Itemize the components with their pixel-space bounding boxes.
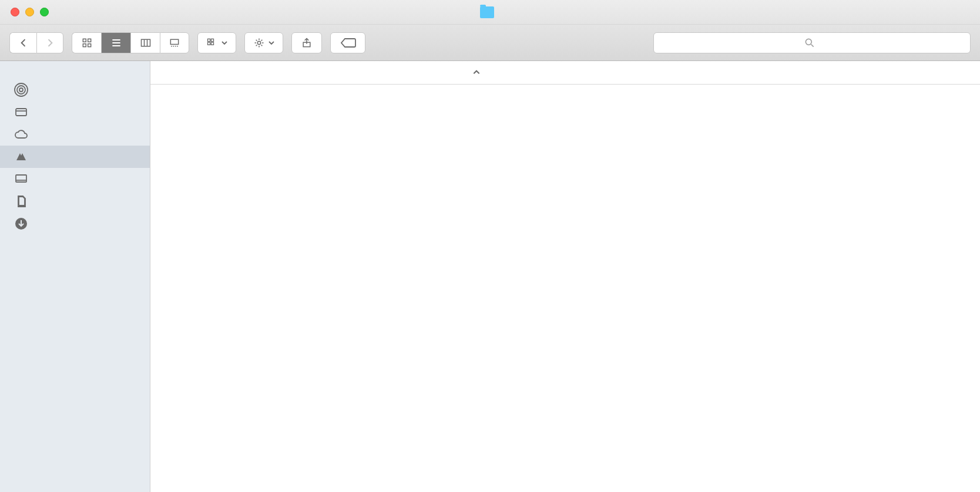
sidebar-item-recents[interactable] [0,101,150,123]
view-mode-buttons [72,32,189,53]
svg-rect-8 [208,42,210,45]
desktop-icon [13,172,29,186]
svg-rect-0 [83,39,86,42]
sidebar-section-shared [0,244,150,254]
chevron-left-icon [18,37,29,49]
svg-point-12 [806,39,811,45]
svg-point-10 [257,41,260,44]
sidebar-item-downloads[interactable] [0,213,150,235]
grid-icon [81,37,93,49]
file-list [150,61,980,492]
close-window-button[interactable] [11,8,19,16]
list-icon [110,37,122,49]
minimize-window-button[interactable] [25,8,34,16]
downloads-icon [13,217,29,231]
arrange-icon [206,37,219,49]
nav-buttons [9,32,63,53]
column-headers [150,61,980,85]
sidebar-item-documents[interactable] [0,190,150,213]
airdrop-icon [13,83,29,97]
share-icon [301,37,313,49]
documents-icon [13,194,29,208]
svg-rect-5 [170,39,178,44]
tag-icon [340,37,356,49]
icon-view-button[interactable] [72,32,101,53]
chevron-down-icon [268,37,275,49]
sidebar [0,61,150,492]
chevron-down-icon [221,37,228,49]
applications-icon [13,150,29,164]
column-view-button[interactable] [130,32,160,53]
svg-point-13 [19,88,23,92]
column-header-name[interactable] [150,66,490,79]
sidebar-item-icloud[interactable] [0,123,150,146]
sidebar-item-applications[interactable] [0,146,150,168]
titlebar [0,0,980,25]
action-button[interactable] [244,32,283,53]
svg-rect-6 [208,39,210,41]
svg-point-14 [17,86,25,94]
svg-rect-16 [16,109,26,116]
svg-rect-1 [88,39,90,42]
sidebar-item-desktop[interactable] [0,168,150,190]
search-icon [804,37,815,49]
svg-rect-7 [211,39,213,41]
tags-button[interactable] [330,32,365,53]
recents-icon [13,105,29,119]
window-controls [11,8,49,16]
chevron-right-icon [44,37,56,49]
cloud-icon [13,127,29,141]
sort-indicator-icon [472,66,481,79]
sidebar-section-devices [0,235,150,244]
toolbar [0,25,980,61]
gallery-view-button[interactable] [160,32,189,53]
svg-rect-3 [88,43,90,46]
list-view-button[interactable] [101,32,130,53]
share-button[interactable] [291,32,322,53]
svg-rect-9 [211,42,213,45]
folder-icon [480,6,494,18]
gear-icon [253,37,266,49]
arrange-button[interactable] [197,32,236,53]
columns-icon [140,37,152,49]
sidebar-section-tags [0,254,150,263]
forward-button[interactable] [36,32,63,53]
search-input[interactable] [653,32,971,53]
window-title [480,6,500,18]
svg-rect-2 [83,43,86,46]
gallery-icon [169,37,180,49]
svg-rect-4 [141,39,150,46]
svg-rect-17 [16,175,26,182]
back-button[interactable] [9,32,36,53]
zoom-window-button[interactable] [40,8,49,16]
sidebar-item-airdrop[interactable] [0,79,150,101]
sidebar-section-favorites [0,69,150,79]
